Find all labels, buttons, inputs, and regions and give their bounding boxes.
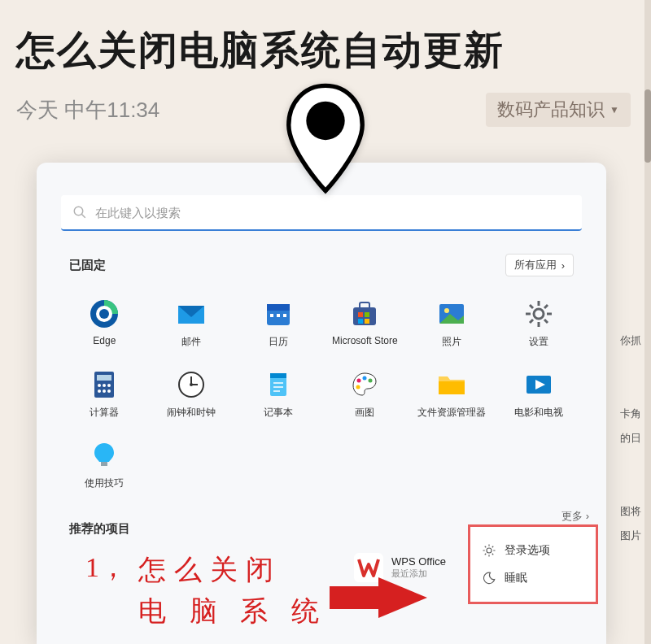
scrollbar-thumb[interactable] <box>644 89 651 163</box>
app-tips[interactable]: 使用技巧 <box>61 433 148 497</box>
svg-rect-55 <box>101 462 107 466</box>
svg-point-50 <box>369 379 373 383</box>
scrollbar-track[interactable] <box>644 0 651 644</box>
svg-rect-10 <box>270 314 273 317</box>
svg-point-22 <box>534 309 544 319</box>
start-menu: 已固定 所有应用 › Edge 邮件 日历 Microsoft Store 照片… <box>37 163 606 644</box>
category-label: 数码产品知识 <box>497 98 605 122</box>
app-movies[interactable]: 电影和电视 <box>495 362 582 426</box>
svg-line-2 <box>81 214 85 218</box>
svg-point-36 <box>98 389 101 393</box>
svg-point-1 <box>74 207 83 215</box>
more-button[interactable]: 更多 › <box>561 509 589 524</box>
app-notepad[interactable]: 记事本 <box>234 362 321 426</box>
side-fragment: 图片 <box>620 529 641 543</box>
side-fragment: 的日 <box>620 431 641 446</box>
movies-icon <box>522 368 555 401</box>
app-label: 日历 <box>269 335 288 349</box>
calculator-icon <box>88 368 120 401</box>
app-label: 画图 <box>355 406 374 420</box>
app-label: 照片 <box>442 335 461 349</box>
svg-rect-52 <box>439 381 465 394</box>
app-label: 记事本 <box>264 406 293 420</box>
chevron-down-icon: ▼ <box>609 104 619 115</box>
app-calculator[interactable]: 计算器 <box>61 362 148 426</box>
app-label: 电影和电视 <box>514 406 563 420</box>
annotation-number: 1， <box>85 549 127 586</box>
svg-line-30 <box>544 305 548 308</box>
moon-icon <box>482 571 496 585</box>
all-apps-label: 所有应用 <box>514 258 557 272</box>
gear-icon <box>522 298 555 330</box>
category-tag[interactable]: 数码产品知识 ▼ <box>486 93 631 127</box>
side-fragment: 你抓 <box>620 333 641 348</box>
svg-point-51 <box>356 385 360 389</box>
svg-rect-15 <box>358 312 363 317</box>
wps-title: WPS Office <box>391 555 446 568</box>
signin-options-item[interactable]: 登录选项 <box>477 537 589 564</box>
annotation-line1: 怎么关闭 <box>138 555 282 585</box>
pinned-header: 已固定 所有应用 › <box>69 254 574 276</box>
annotation-line2: 电 脑 系 统 <box>138 596 327 626</box>
app-store[interactable]: Microsoft Store <box>321 291 409 355</box>
sleep-item[interactable]: 睡眠 <box>477 564 589 592</box>
app-label: 文件资源管理器 <box>417 406 486 420</box>
svg-point-20 <box>444 308 449 313</box>
app-mail[interactable]: 邮件 <box>148 291 235 355</box>
svg-point-48 <box>357 379 361 383</box>
edge-icon <box>88 298 120 330</box>
svg-point-5 <box>99 309 109 319</box>
svg-point-37 <box>103 389 106 393</box>
svg-point-42 <box>190 383 193 386</box>
notepad-icon <box>262 368 295 401</box>
clock-icon <box>175 368 208 401</box>
chevron-right-icon: › <box>561 259 565 272</box>
svg-point-57 <box>487 548 492 553</box>
app-settings[interactable]: 设置 <box>495 291 582 355</box>
power-menu: 更多 › 登录选项 睡眠 <box>468 524 598 604</box>
search-icon <box>72 205 87 220</box>
search-bar[interactable] <box>61 195 582 231</box>
gear-icon <box>482 543 496 558</box>
svg-rect-17 <box>358 319 363 324</box>
sleep-label: 睡眠 <box>505 571 527 585</box>
svg-point-34 <box>103 384 106 387</box>
app-label: 邮件 <box>181 335 201 349</box>
calendar-icon <box>262 298 295 330</box>
svg-rect-9 <box>267 304 290 311</box>
svg-rect-16 <box>365 312 369 317</box>
app-calendar[interactable]: 日历 <box>234 291 321 355</box>
svg-rect-12 <box>283 314 286 317</box>
annotation-arrow-icon <box>378 577 427 618</box>
all-apps-button[interactable]: 所有应用 › <box>505 254 574 276</box>
pinned-label: 已固定 <box>69 258 106 273</box>
svg-point-33 <box>98 384 101 387</box>
svg-point-49 <box>363 376 367 381</box>
app-label: Microsoft Store <box>332 335 398 346</box>
svg-rect-18 <box>365 319 369 324</box>
svg-line-27 <box>530 305 533 308</box>
app-photos[interactable]: 照片 <box>409 291 496 355</box>
app-edge[interactable]: Edge <box>61 291 148 355</box>
page-title: 怎么关闭电脑系统自动更新 <box>0 0 651 76</box>
recommended-label: 推荐的项目 <box>69 521 130 537</box>
annotation-overlay: 1， 怎么关闭 电 脑 系 统 <box>85 549 327 632</box>
app-paint[interactable]: 画图 <box>321 362 409 426</box>
photos-icon <box>435 298 468 330</box>
app-explorer[interactable]: 文件资源管理器 <box>409 362 496 426</box>
app-label: 使用技巧 <box>85 476 124 490</box>
svg-rect-44 <box>270 373 286 378</box>
svg-point-38 <box>107 389 111 393</box>
app-label: 计算器 <box>90 406 119 420</box>
svg-rect-11 <box>277 314 280 317</box>
recommended-section: 推荐的项目 1， 怎么关闭 电 脑 系 统 WPS Office 最近添加 更多… <box>61 521 582 549</box>
tips-icon <box>88 439 120 472</box>
svg-rect-32 <box>97 375 111 381</box>
svg-point-0 <box>306 102 344 140</box>
app-clock[interactable]: 闹钟和时钟 <box>148 362 235 426</box>
timestamp: 今天 中午11:34 <box>16 96 159 124</box>
app-label: Edge <box>93 335 116 346</box>
folder-icon <box>435 368 468 401</box>
search-input[interactable] <box>95 206 570 220</box>
location-pin-icon <box>281 81 370 195</box>
